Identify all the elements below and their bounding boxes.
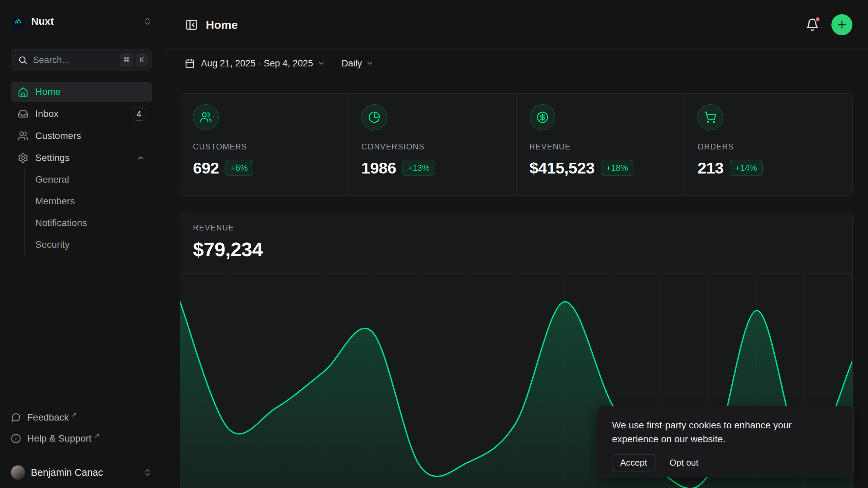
- kbd-meta: ⌘: [120, 54, 133, 66]
- subnav-label: Members: [35, 196, 75, 207]
- chevrons-up-down-icon: [143, 468, 152, 477]
- sidebar-item-notifications[interactable]: Notifications: [35, 214, 152, 232]
- sidebar-item-label: Customers: [35, 130, 81, 141]
- chevron-down-icon: [317, 59, 325, 67]
- accept-button[interactable]: Accept: [612, 454, 655, 471]
- sidebar-item-customers[interactable]: Customers: [11, 126, 152, 146]
- chevron-down-icon: [366, 59, 374, 67]
- sidebar-item-members[interactable]: Members: [35, 192, 152, 211]
- search-icon: [18, 55, 27, 65]
- opt-out-button[interactable]: Opt out: [670, 458, 698, 468]
- stat-conversions[interactable]: CONVERSIONS 1986 +13%: [348, 94, 516, 195]
- chevron-up-icon: [136, 154, 145, 162]
- stat-value: 692: [193, 159, 219, 177]
- page-title: Home: [206, 18, 238, 32]
- notifications-button[interactable]: [806, 18, 819, 32]
- cookie-banner: We use first-party cookies to enhance yo…: [597, 406, 854, 477]
- nuxt-logo-icon: [11, 14, 25, 28]
- sidebar-collapse-button[interactable]: [185, 18, 198, 32]
- unread-dot: [815, 16, 821, 22]
- cookie-message: We use first-party cookies to enhance yo…: [612, 418, 839, 446]
- chevrons-up-down-icon: [143, 17, 152, 26]
- search-input[interactable]: Search... ⌘ K: [11, 49, 152, 70]
- add-button[interactable]: [831, 14, 852, 35]
- sidebar-item-inbox[interactable]: Inbox 4: [11, 104, 152, 124]
- sidebar-item-label: Help & Support: [27, 433, 92, 444]
- date-range-value: Aug 21, 2025 - Sep 4, 2025: [201, 58, 313, 69]
- stat-delta-badge: +14%: [730, 160, 763, 176]
- info-icon: [11, 433, 21, 444]
- sidebar-item-label: Feedback: [27, 412, 69, 423]
- stat-delta-badge: +6%: [225, 160, 253, 176]
- sidebar-item-settings[interactable]: Settings: [11, 148, 152, 168]
- calendar-icon: [185, 58, 195, 68]
- stat-delta-badge: +13%: [402, 160, 435, 176]
- stat-revenue[interactable]: REVENUE $415,523 +18%: [516, 94, 685, 195]
- subnav-guide-line: [24, 169, 25, 255]
- circle-dollar-icon: [530, 104, 555, 130]
- users-icon: [193, 104, 219, 130]
- subnav-label: General: [35, 174, 69, 185]
- gear-icon: [18, 152, 28, 163]
- stat-label: CUSTOMERS: [193, 142, 335, 151]
- stat-value: 1986: [361, 159, 396, 177]
- workspace-switcher[interactable]: Nuxt: [11, 14, 152, 29]
- app-root: Nuxt Search... ⌘ K Home Inbox 4: [0, 0, 868, 488]
- stat-delta-badge: +18%: [601, 160, 634, 176]
- stat-label: REVENUE: [530, 142, 672, 151]
- stat-value: 213: [697, 159, 724, 177]
- home-icon: [18, 86, 28, 97]
- inbox-icon: [18, 108, 28, 119]
- workspace-name: Nuxt: [31, 16, 143, 27]
- stat-label: CONVERSIONS: [361, 142, 504, 151]
- sidebar-item-label: Settings: [35, 152, 70, 163]
- avatar: [11, 465, 25, 480]
- filter-toolbar: Aug 21, 2025 - Sep 4, 2025 Daily: [163, 50, 868, 77]
- granularity-select[interactable]: Daily: [341, 58, 374, 69]
- message-circle-icon: [11, 412, 21, 423]
- sidebar-item-security[interactable]: Security: [35, 235, 152, 254]
- sidebar-item-feedback[interactable]: Feedback ↗: [11, 408, 152, 427]
- stat-label: ORDERS: [697, 142, 840, 151]
- users-icon: [18, 130, 28, 141]
- sidebar: Nuxt Search... ⌘ K Home Inbox 4: [0, 0, 163, 488]
- stat-value: $415,523: [530, 159, 595, 177]
- external-link-icon: ↗: [94, 431, 100, 440]
- revenue-panel-label: REVENUE: [193, 223, 840, 232]
- search-placeholder: Search...: [33, 55, 117, 65]
- date-range-picker[interactable]: Aug 21, 2025 - Sep 4, 2025: [185, 58, 325, 69]
- sidebar-item-help-support[interactable]: Help & Support ↗: [11, 429, 152, 448]
- revenue-panel-value: $79,234: [193, 238, 840, 261]
- external-link-icon: ↗: [71, 410, 77, 419]
- kbd-k: K: [136, 54, 147, 66]
- granularity-value: Daily: [341, 58, 362, 69]
- inbox-count-badge: 4: [133, 107, 145, 121]
- stat-customers[interactable]: CUSTOMERS 692 +6%: [180, 94, 348, 195]
- sidebar-item-home[interactable]: Home: [11, 82, 152, 102]
- stats-card: CUSTOMERS 692 +6% CONVERSIONS 1986 +13%: [180, 93, 853, 196]
- subnav-label: Notifications: [35, 218, 87, 228]
- pie-chart-icon: [361, 104, 387, 130]
- page-header: Home: [163, 0, 868, 50]
- sidebar-item-label: Home: [35, 86, 61, 97]
- stat-orders[interactable]: ORDERS 213 +14%: [684, 94, 852, 195]
- sidebar-item-general[interactable]: General: [35, 170, 152, 189]
- sidebar-item-label: Inbox: [35, 108, 59, 119]
- subnav-label: Security: [35, 239, 70, 250]
- sidebar-divider: [0, 455, 163, 455]
- user-menu[interactable]: Benjamin Canac: [11, 463, 152, 482]
- user-name: Benjamin Canac: [31, 467, 143, 478]
- shopping-cart-icon: [697, 104, 723, 130]
